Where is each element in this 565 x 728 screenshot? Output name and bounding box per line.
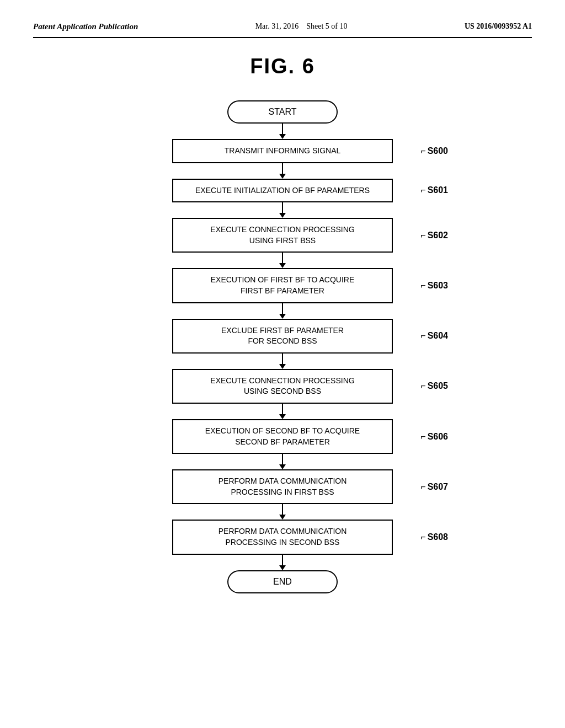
arrow-5: [279, 354, 286, 369]
start-oval: START: [227, 100, 338, 124]
step-row-s601: EXECUTE INITIALIZATION OF BF PARAMETERS …: [117, 179, 448, 203]
page: Patent Application Publication Mar. 31, …: [0, 0, 565, 728]
header: Patent Application Publication Mar. 31, …: [33, 22, 532, 38]
process-s605: EXECUTE CONNECTION PROCESSINGUSING SECON…: [172, 369, 393, 404]
step-row-s605: EXECUTE CONNECTION PROCESSINGUSING SECON…: [117, 369, 448, 404]
arrow-6: [279, 404, 286, 419]
end-row: END: [117, 570, 448, 593]
label-s604: ⌐S604: [420, 331, 448, 341]
process-s603: EXECUTION OF FIRST BF TO ACQUIREFIRST BF…: [172, 268, 393, 303]
process-s602: EXECUTE CONNECTION PROCESSINGUSING FIRST…: [172, 218, 393, 253]
process-s608: PERFORM DATA COMMUNICATIONPROCESSING IN …: [172, 520, 393, 554]
figure-title: FIG. 6: [33, 55, 532, 78]
process-s601: EXECUTE INITIALIZATION OF BF PARAMETERS: [172, 179, 393, 203]
process-s607: PERFORM DATA COMMUNICATIONPROCESSING IN …: [172, 469, 393, 504]
publication-label: Patent Application Publication: [33, 22, 138, 31]
sheet-info: Sheet 5 of 10: [306, 22, 347, 30]
process-s600: TRANSMIT INFORMING SIGNAL: [172, 139, 393, 163]
step-row-s600: TRANSMIT INFORMING SIGNAL ⌐S600: [117, 139, 448, 163]
step-row-s608: PERFORM DATA COMMUNICATIONPROCESSING IN …: [117, 520, 448, 554]
step-row-s604: EXCLUDE FIRST BF PARAMETERFOR SECOND BSS…: [117, 319, 448, 354]
pub-date: Mar. 31, 2016: [255, 22, 299, 30]
arrow-8: [279, 504, 286, 520]
label-s607: ⌐S607: [420, 482, 448, 492]
step-row-s607: PERFORM DATA COMMUNICATIONPROCESSING IN …: [117, 469, 448, 504]
label-s608: ⌐S608: [420, 532, 448, 542]
arrow-3: [279, 253, 286, 268]
step-row-s602: EXECUTE CONNECTION PROCESSINGUSING FIRST…: [117, 218, 448, 253]
arrow-0: [279, 124, 286, 139]
start-label: START: [269, 107, 297, 116]
header-center: Mar. 31, 2016 Sheet 5 of 10: [255, 22, 348, 31]
end-label: END: [273, 577, 292, 586]
patent-number: US 2016/0093952 A1: [465, 22, 532, 31]
arrow-4: [279, 303, 286, 319]
label-s600: ⌐S600: [420, 146, 448, 156]
label-s605: ⌐S605: [420, 381, 448, 391]
process-s604: EXCLUDE FIRST BF PARAMETERFOR SECOND BSS: [172, 319, 393, 354]
label-s601: ⌐S601: [420, 185, 448, 195]
end-oval: END: [227, 570, 338, 593]
arrow-9: [279, 555, 286, 570]
step-row-s606: EXECUTION OF SECOND BF TO ACQUIRESECOND …: [117, 419, 448, 454]
flowchart: START TRANSMIT INFORMING SIGNAL ⌐S600 EX…: [33, 100, 532, 593]
step-row-s603: EXECUTION OF FIRST BF TO ACQUIREFIRST BF…: [117, 268, 448, 303]
start-row: START: [117, 100, 448, 124]
label-s603: ⌐S603: [420, 281, 448, 291]
label-s606: ⌐S606: [420, 432, 448, 442]
arrow-2: [279, 202, 286, 218]
arrow-7: [279, 454, 286, 469]
label-s602: ⌐S602: [420, 231, 448, 240]
arrow-1: [279, 163, 286, 179]
process-s606: EXECUTION OF SECOND BF TO ACQUIRESECOND …: [172, 419, 393, 454]
